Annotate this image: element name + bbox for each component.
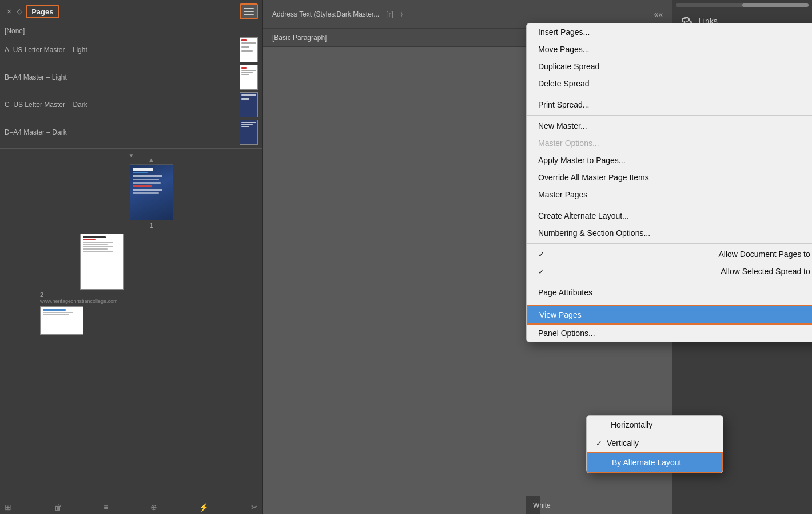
master-item-a[interactable]: A–US Letter Master – Light xyxy=(0,36,262,64)
master-item-d[interactable]: D–A4 Master – Dark xyxy=(0,118,262,146)
menu-item-print-spread[interactable]: Print Spread... xyxy=(527,96,812,113)
submenu-box: Horizontally ✓ Vertically By Alternate L… xyxy=(586,415,723,473)
close-button[interactable]: × xyxy=(5,6,14,17)
page-2-number: 2 xyxy=(40,291,43,298)
doc-expand-icon[interactable]: ⟩ xyxy=(400,10,403,18)
menu-item-label: Insert Pages... xyxy=(538,27,590,37)
menu-item-master-options: Master Options... xyxy=(527,135,812,152)
thumb-line xyxy=(241,45,253,46)
submenu-item-horizontally[interactable]: Horizontally xyxy=(587,416,723,434)
website-label: www.heritagechristiancollege.com xyxy=(40,298,118,304)
menu-item-label: Move Pages... xyxy=(538,45,590,54)
page-content-line xyxy=(83,248,108,250)
submenu-label: Horizontally xyxy=(611,420,652,429)
thumb-line xyxy=(241,101,256,102)
page-content-line xyxy=(133,182,161,184)
thumb-line xyxy=(241,124,253,125)
menu-item-panel-options[interactable]: Panel Options... xyxy=(527,325,812,342)
menu-item-label: Duplicate Spread xyxy=(538,62,599,71)
menu-item-move-pages[interactable]: Move Pages... xyxy=(527,41,812,58)
checkmark-icon: ✓ xyxy=(538,250,544,259)
page-content-line xyxy=(83,251,113,252)
new-page-button[interactable]: ⊞ xyxy=(5,503,11,512)
doc-control-icon[interactable]: [↑] xyxy=(386,10,393,18)
menu-separator xyxy=(527,94,812,94)
page-content-line xyxy=(83,246,113,247)
submenu-item-by-alternate[interactable]: By Alternate Layout xyxy=(587,452,723,473)
checkmark-icon: ✓ xyxy=(538,267,544,276)
master-item-c[interactable]: C–US Letter Master – Dark xyxy=(0,91,262,118)
reorder-button[interactable]: ≡ xyxy=(104,503,108,512)
page-content-line xyxy=(133,172,148,173)
thumb-line xyxy=(241,39,247,41)
menu-item-label: Master Options... xyxy=(538,139,599,148)
thumb-line xyxy=(241,74,249,75)
thumb-line xyxy=(241,70,256,71)
page-content-line xyxy=(43,312,73,313)
menu-item-master-pages[interactable]: Master Pages ▶ xyxy=(527,186,812,203)
scroll-up-arrow: ▲ xyxy=(148,156,154,163)
menu-item-numbering[interactable]: Numbering & Section Options... xyxy=(527,224,812,242)
menu-item-allow-selected-shuffle[interactable]: ✓ Allow Selected Spread to Shuffle xyxy=(527,263,812,280)
menu-item-insert-pages[interactable]: Insert Pages... xyxy=(527,23,812,41)
lightning-button[interactable]: ⚡ xyxy=(199,503,209,512)
menu-item-create-alt[interactable]: Create Alternate Layout... xyxy=(527,207,812,224)
page-none-item[interactable]: [None] xyxy=(0,26,262,36)
master-item-b[interactable]: B–A4 Master – Light xyxy=(0,64,262,91)
menu-item-delete-spread[interactable]: Delete Spread xyxy=(527,75,812,92)
thumb-line xyxy=(241,50,253,52)
menu-item-label: Apply Master to Pages... xyxy=(538,156,626,165)
add-spread-button[interactable]: ⊕ xyxy=(150,503,157,512)
context-menu: Insert Pages... Move Pages... Duplicate … xyxy=(526,23,812,342)
page-2-content xyxy=(83,236,121,253)
page-content-line xyxy=(83,239,96,240)
page-content-line xyxy=(133,179,159,180)
menu-item-view-pages[interactable]: View Pages ▶ xyxy=(527,305,812,325)
menu-item-page-attributes[interactable]: Page Attributes ▶ xyxy=(527,284,812,301)
menu-item-override-all[interactable]: Override All Master Page Items ⌥⇧⌘L xyxy=(527,169,812,186)
menu-item-duplicate-spread[interactable]: Duplicate Spread xyxy=(527,58,812,75)
pages-panel: × ◇ Pages [None] A–US Letter Master – Li… xyxy=(0,0,263,514)
page-content-line xyxy=(43,314,69,315)
page-1-thumbnail[interactable] xyxy=(130,164,173,220)
thumb-line xyxy=(241,67,247,69)
collapse-btn[interactable]: «« xyxy=(654,10,663,19)
menu-item-new-master[interactable]: New Master... xyxy=(527,117,812,135)
pages-title-area: × ◇ Pages xyxy=(5,5,59,18)
thumb-line xyxy=(241,98,249,100)
page-content-line xyxy=(133,192,159,194)
thumb-line xyxy=(241,126,249,127)
menu-item-label: Delete Spread xyxy=(538,79,590,88)
panel-divider xyxy=(0,148,262,149)
pages-diamond-icon: ◇ xyxy=(17,7,22,15)
menu-bar-2 xyxy=(244,11,254,12)
panel-menu-button[interactable] xyxy=(240,3,258,19)
pages-panel-header: × ◇ Pages xyxy=(0,0,262,23)
checkmark-icon: ✓ xyxy=(596,439,602,448)
menu-item-label: Master Pages xyxy=(538,190,587,199)
menu-item-label: Override All Master Page Items xyxy=(538,173,649,182)
menu-item-label: Panel Options... xyxy=(538,329,595,338)
scissors-button[interactable]: ✂ xyxy=(251,503,258,512)
menu-item-label: Allow Selected Spread to Shuffle xyxy=(721,267,812,276)
doc-controls: «« xyxy=(654,10,663,19)
page-1-area: ▲ 1 xyxy=(0,160,262,229)
thumb-line xyxy=(241,122,256,123)
delete-page-button[interactable]: 🗑 xyxy=(54,503,62,512)
page-3-thumbnail[interactable] xyxy=(40,306,83,335)
thumb-line xyxy=(241,46,249,48)
submenu-item-vertically[interactable]: ✓ Vertically xyxy=(587,434,723,452)
doc-paragraph-text: [Basic Paragraph] xyxy=(272,34,327,42)
page-content-line xyxy=(133,175,163,177)
thumb-line xyxy=(241,42,256,44)
page-content-line xyxy=(83,236,106,238)
scroll-up-area: ▲ xyxy=(148,154,154,164)
menu-item-allow-shuffle[interactable]: ✓ Allow Document Pages to Shuffle xyxy=(527,246,812,263)
page-2-thumbnail[interactable] xyxy=(80,234,124,290)
menu-item-label: Allow Document Pages to Shuffle xyxy=(718,250,812,259)
master-label-b: B–A4 Master – Light xyxy=(5,73,235,81)
doc-address-text: Address Text (Styles:Dark.Master... xyxy=(272,10,379,18)
master-label-a: A–US Letter Master – Light xyxy=(5,46,235,54)
menu-item-apply-master[interactable]: Apply Master to Pages... xyxy=(527,152,812,169)
thumb-line xyxy=(241,97,253,98)
